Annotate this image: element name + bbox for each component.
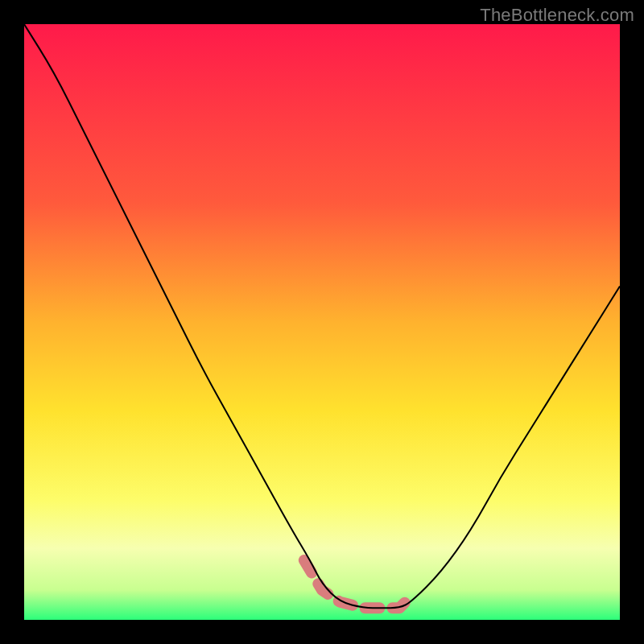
watermark-text: TheBottleneck.com [480, 5, 634, 26]
chart-svg [24, 24, 620, 620]
chart-plot-area [24, 24, 620, 620]
gradient-background [24, 24, 620, 620]
